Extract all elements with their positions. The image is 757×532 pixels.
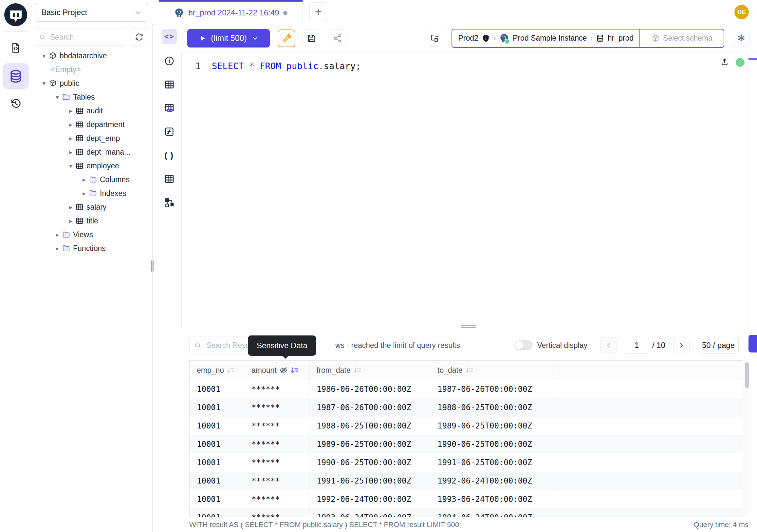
tree-item[interactable]: ▾public <box>31 76 152 90</box>
sql-editor[interactable]: 1 SELECT * FROM public.salary; <box>182 52 757 328</box>
caret-right-icon[interactable]: ▸ <box>66 217 75 225</box>
sort-icon[interactable] <box>465 366 474 374</box>
bytebase-logo-icon[interactable] <box>4 3 27 26</box>
cell-emp_no[interactable]: 10001 <box>190 508 244 517</box>
run-query-button[interactable]: (limit 500) <box>187 29 270 47</box>
caret-down-icon[interactable]: ▾ <box>66 162 75 170</box>
cell-to_date[interactable]: 1990-06-25T00:00:00Z <box>430 435 552 454</box>
column-header-emp_no[interactable]: emp_no <box>190 361 244 380</box>
cell-to_date[interactable]: 1991-06-25T00:00:00Z <box>430 454 552 472</box>
caret-right-icon[interactable]: ▸ <box>53 231 62 238</box>
tab-hr-prod[interactable]: hr_prod 2024-11-22 16:49 <box>159 0 303 24</box>
caret-down-icon[interactable]: ▾ <box>39 52 48 60</box>
database-nav-item[interactable] <box>3 63 29 89</box>
connection-context[interactable]: Prod2 › Prod Sample Instance › hr_prod <box>452 33 639 44</box>
cell-amount[interactable]: ****** <box>244 417 309 435</box>
cell-emp_no[interactable]: 10001 <box>190 398 244 417</box>
caret-down-icon[interactable]: ▾ <box>53 93 62 101</box>
sort-icon[interactable] <box>227 366 235 374</box>
cell-amount[interactable]: ****** <box>244 472 309 490</box>
tree-item[interactable]: ▸Views <box>31 228 152 241</box>
select-schema[interactable]: Select schema <box>640 34 724 43</box>
tree-item[interactable]: ▸Functions <box>31 241 152 255</box>
tree-item[interactable]: ▸audit <box>31 104 152 118</box>
cell-amount[interactable]: ****** <box>244 490 309 508</box>
sql-code[interactable]: SELECT * FROM public.salary; <box>212 61 361 71</box>
cell-emp_no[interactable]: 10001 <box>190 454 244 472</box>
cell-emp_no[interactable]: 10001 <box>190 472 244 490</box>
cell-from_date[interactable]: 1993-06-24T00:00:00Z <box>309 508 430 517</box>
sort-desc-icon-active[interactable] <box>290 366 299 374</box>
tree-item[interactable]: ▸salary <box>31 200 152 214</box>
tree-item[interactable]: ▸title <box>31 214 152 228</box>
avatar[interactable]: DE <box>734 5 749 19</box>
schema-diagram-icon[interactable] <box>163 196 176 209</box>
cell-from_date[interactable]: 1992-06-24T00:00:00Z <box>309 490 430 508</box>
scrollbar-thumb[interactable] <box>745 362 749 388</box>
editor-scrollbar[interactable] <box>748 52 748 328</box>
cell-to_date[interactable]: 1987-06-26T00:00:00Z <box>430 380 552 398</box>
function-icon[interactable] <box>163 125 176 138</box>
batch-query-button[interactable] <box>426 30 443 47</box>
table-row[interactable]: 10001******1988-06-25T00:00:00Z1989-06-2… <box>190 417 743 435</box>
caret-down-icon[interactable]: ▾ <box>39 79 48 87</box>
tree-item[interactable]: ▸Indexes <box>31 186 152 200</box>
cell-emp_no[interactable]: 10001 <box>190 380 244 398</box>
cell-from_date[interactable]: 1987-06-26T00:00:00Z <box>309 398 430 417</box>
sort-icon[interactable] <box>353 366 362 374</box>
cell-to_date[interactable]: 1993-06-24T00:00:00Z <box>430 490 552 508</box>
worksheet-icon[interactable] <box>9 41 22 54</box>
tree-item[interactable]: ▸department <box>31 118 152 131</box>
cell-emp_no[interactable]: 10001 <box>190 490 244 508</box>
table-icon[interactable] <box>163 78 176 91</box>
results-scrollbar[interactable] <box>743 360 750 517</box>
page-number-input[interactable]: 1 <box>625 337 649 354</box>
next-page-button[interactable] <box>673 337 689 354</box>
cell-from_date[interactable]: 1989-06-25T00:00:00Z <box>309 435 430 454</box>
code-panel-icon[interactable]: <> <box>162 29 177 44</box>
cell-amount[interactable]: ****** <box>244 435 309 454</box>
cell-from_date[interactable]: 1991-06-25T00:00:00Z <box>309 472 430 490</box>
caret-right-icon[interactable]: ▸ <box>66 107 75 115</box>
caret-right-icon[interactable]: ▸ <box>79 176 89 183</box>
caret-right-icon[interactable]: ▸ <box>66 148 75 156</box>
table-row[interactable]: 10001******1986-06-26T00:00:00Z1987-06-2… <box>190 380 743 398</box>
cell-from_date[interactable]: 1988-06-25T00:00:00Z <box>309 417 430 435</box>
table-row[interactable]: 10001******1989-06-25T00:00:00Z1990-06-2… <box>190 435 743 454</box>
column-header-amount[interactable]: amount <box>244 361 309 380</box>
admin-mode-button[interactable] <box>278 29 295 47</box>
caret-right-icon[interactable]: ▸ <box>66 121 75 128</box>
table-icon[interactable] <box>163 172 176 185</box>
tree-item[interactable]: ▸Columns <box>31 172 152 186</box>
save-button[interactable] <box>303 29 320 47</box>
export-button[interactable] <box>748 335 757 353</box>
column-header-from_date[interactable]: from_date <box>309 361 430 380</box>
project-select[interactable]: Basic Project <box>35 3 148 22</box>
upload-sheet-icon[interactable] <box>720 58 729 66</box>
tree-item[interactable]: ▾bbdataarchive <box>31 49 152 63</box>
sidebar-search[interactable] <box>35 28 127 46</box>
column-header-to_date[interactable]: to_date <box>430 361 552 380</box>
cell-to_date[interactable]: 1992-06-24T00:00:00Z <box>430 472 552 490</box>
table-row[interactable]: 10001******1991-06-25T00:00:00Z1992-06-2… <box>190 472 743 490</box>
cell-emp_no[interactable]: 10001 <box>190 435 244 454</box>
cell-to_date[interactable]: 1989-06-25T00:00:00Z <box>430 417 552 435</box>
refresh-button[interactable] <box>130 28 148 46</box>
cell-to_date[interactable]: 1988-06-25T00:00:00Z <box>430 398 552 417</box>
cell-emp_no[interactable]: 10001 <box>190 417 244 435</box>
tree-item[interactable]: <Empty> <box>31 63 152 76</box>
tree-item[interactable]: ▾Tables <box>31 90 152 104</box>
page-size-select[interactable]: 50 / page <box>698 337 739 354</box>
ai-assistant-button[interactable]: ✻ <box>733 30 750 47</box>
table-row[interactable]: 10001******1990-06-25T00:00:00Z1991-06-2… <box>190 454 743 472</box>
table-row[interactable]: 10001******1987-06-26T00:00:00Z1988-06-2… <box>190 398 743 417</box>
cell-from_date[interactable]: 1986-06-26T00:00:00Z <box>309 380 430 398</box>
cell-to_date[interactable]: 1994-06-24T00:00:00Z <box>430 508 552 517</box>
masked-data-icon[interactable] <box>163 102 176 115</box>
tree-item[interactable]: ▸dept_mana... <box>31 145 152 159</box>
tree-item[interactable]: ▾employee <box>31 159 152 172</box>
cell-from_date[interactable]: 1990-06-25T00:00:00Z <box>309 454 430 472</box>
parentheses-icon[interactable]: ( ) <box>163 149 176 162</box>
caret-right-icon[interactable]: ▸ <box>66 203 75 211</box>
cell-amount[interactable]: ****** <box>244 454 309 472</box>
